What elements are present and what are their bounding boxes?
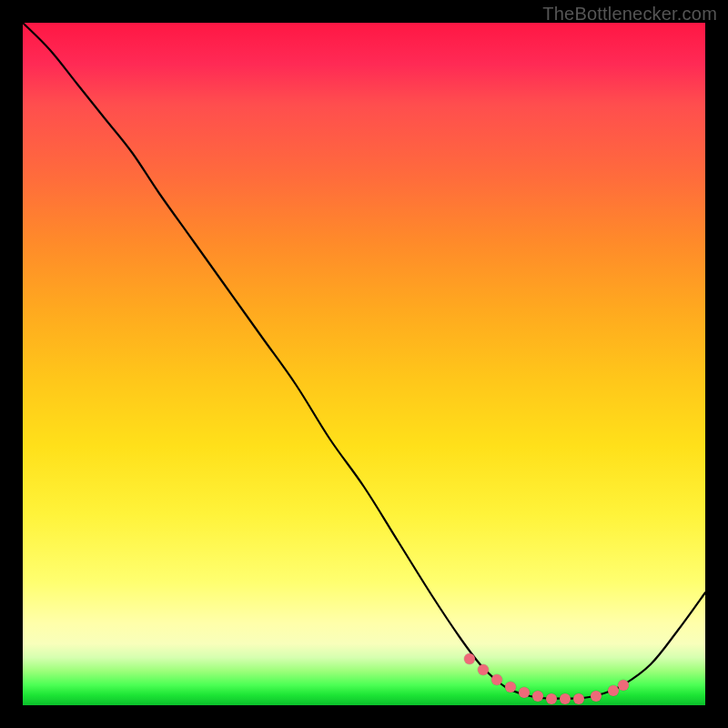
marker-point [546, 693, 557, 704]
marker-point [560, 693, 571, 704]
marker-point [505, 682, 516, 693]
marker-point [519, 687, 530, 698]
chart-frame: TheBottlenecker.com [0, 0, 728, 728]
marker-point [573, 693, 584, 704]
watermark-text: TheBottlenecker.com [542, 4, 717, 25]
bottleneck-curve [23, 23, 705, 699]
marker-point [464, 653, 475, 664]
marker-point [591, 691, 602, 702]
marker-point [532, 691, 543, 702]
optimal-zone-markers [23, 23, 705, 705]
marker-point [491, 674, 502, 685]
marker-point [608, 685, 619, 696]
marker-point [478, 664, 489, 675]
plot-area [23, 23, 705, 705]
curve-layer [23, 23, 705, 705]
marker-point [618, 680, 629, 691]
